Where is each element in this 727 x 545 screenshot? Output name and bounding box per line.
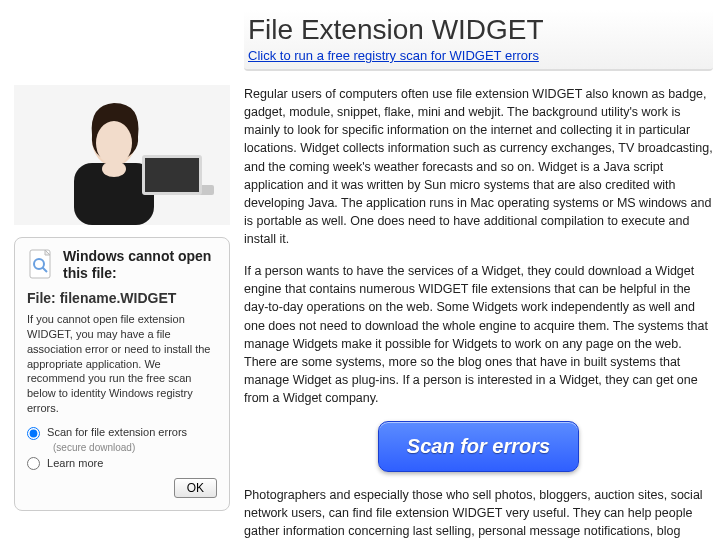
learn-option[interactable]: Learn more: [27, 457, 217, 471]
svg-point-4: [102, 161, 126, 177]
secure-download-note: (secure download): [53, 442, 217, 453]
page-title: File Extension WIDGET: [248, 14, 713, 46]
scan-option-label: Scan for file extension errors: [47, 426, 187, 438]
svg-rect-7: [145, 158, 199, 192]
paragraph-3: Photographers and especially those who s…: [244, 486, 713, 545]
warning-title: Windows cannot open this file:: [63, 248, 217, 282]
main-content: Regular users of computers often use fil…: [244, 85, 713, 545]
paragraph-1: Regular users of computers often use fil…: [244, 85, 713, 248]
paragraph-2: If a person wants to have the services o…: [244, 262, 713, 407]
svg-point-2: [96, 121, 132, 165]
scan-radio[interactable]: [27, 427, 40, 440]
scan-option[interactable]: Scan for file extension errors: [27, 426, 217, 440]
page-header: File Extension WIDGET Click to run a fre…: [244, 10, 713, 71]
scan-for-errors-button[interactable]: Scan for errors: [378, 421, 579, 472]
learn-radio[interactable]: [27, 457, 40, 470]
learn-option-label: Learn more: [47, 457, 103, 469]
file-search-icon: [27, 248, 55, 282]
warning-description: If you cannot open file extension WIDGET…: [27, 312, 217, 416]
registry-scan-link[interactable]: Click to run a free registry scan for WI…: [248, 48, 539, 63]
warning-box: Windows cannot open this file: File: fil…: [14, 237, 230, 511]
warning-file-label: File: filename.WIDGET: [27, 290, 217, 306]
hero-photo: [14, 85, 230, 225]
ok-button[interactable]: OK: [174, 478, 217, 498]
